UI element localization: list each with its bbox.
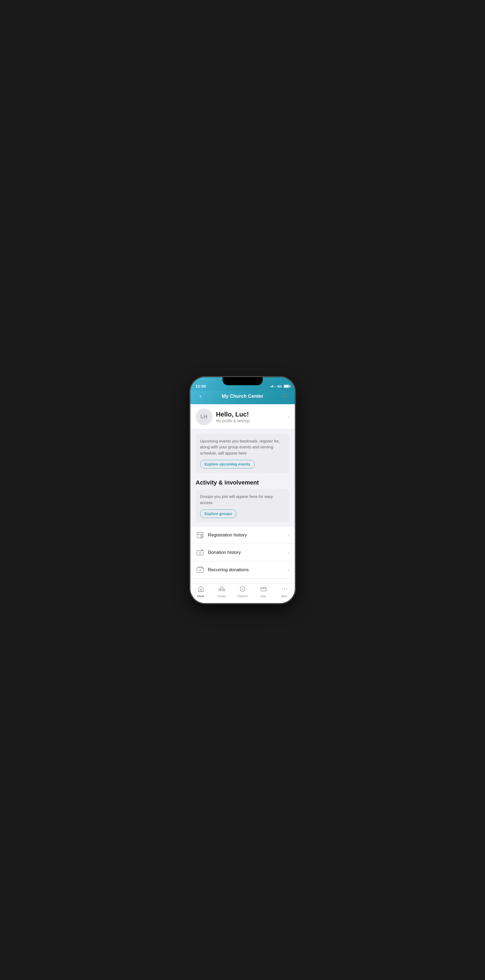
svg-point-19 (219, 589, 220, 590)
app-header: ‹ My Church Center (190, 391, 295, 404)
battery-fill (284, 385, 289, 387)
nav-groups[interactable]: Groups (211, 586, 232, 598)
nav-give[interactable]: Give (253, 586, 274, 598)
registration-history-icon (196, 531, 204, 539)
events-card-text: Upcoming events you bookmark, register f… (200, 438, 285, 457)
signal-bar-1 (271, 386, 271, 387)
svg-point-26 (286, 589, 287, 589)
back-button[interactable]: ‹ (196, 393, 206, 400)
home-icon (198, 586, 204, 594)
profile-left: LH Hello, Luc! My profile & settings (196, 409, 250, 425)
donation-history-chevron: › (288, 550, 289, 555)
activity-list: Registration history › $ (190, 527, 295, 583)
registration-history-item[interactable]: Registration history › (190, 527, 295, 544)
main-content: LH Hello, Luc! My profile & settings › U… (190, 404, 295, 583)
recurring-donations-chevron: › (288, 567, 289, 573)
checkin-icon (239, 586, 246, 594)
activity-section-title: Activity & involvement (190, 477, 295, 489)
svg-point-8 (199, 552, 201, 554)
groups-icon (219, 586, 225, 594)
network-label: 5G (277, 384, 282, 388)
signal-bar-4 (275, 386, 276, 387)
explore-events-button[interactable]: Explore upcoming events (200, 460, 255, 468)
svg-point-25 (284, 589, 285, 589)
nav-home-label: Home (197, 595, 204, 598)
header-title: My Church Center (222, 393, 263, 399)
more-icon (281, 586, 288, 594)
nav-home[interactable]: Home (190, 586, 211, 598)
recurring-donations-icon (196, 566, 204, 574)
recurring-donations-label: Recurring donations (208, 567, 288, 573)
nav-checkin-label: Check-In (237, 595, 248, 598)
notification-bell-icon[interactable] (280, 393, 289, 400)
status-right: 5G (271, 381, 289, 388)
svg-point-24 (282, 589, 283, 589)
svg-rect-7 (197, 550, 203, 555)
explore-groups-button[interactable]: Explore groups (200, 509, 237, 518)
nav-more-label: More (281, 595, 287, 598)
nav-give-label: Give (260, 595, 266, 598)
profile-chevron-icon: › (288, 414, 289, 420)
notch (223, 377, 263, 385)
phone-screen: 11:00 5G ‹ My Church Center (190, 377, 295, 603)
svg-point-20 (223, 589, 225, 590)
profile-subtitle: My profile & settings (216, 418, 250, 423)
phone-frame: 11:00 5G ‹ My Church Center (190, 377, 295, 603)
profile-section[interactable]: LH Hello, Luc! My profile & settings › (190, 404, 295, 430)
donation-history-label: Donation history (208, 550, 288, 555)
bottom-nav: Home Groups (190, 583, 295, 603)
give-icon (260, 586, 267, 594)
avatar-initials: LH (200, 414, 207, 420)
signal-bar-2 (272, 385, 273, 387)
donation-history-icon: $ (196, 548, 204, 557)
events-card: Upcoming events you bookmark, register f… (190, 430, 295, 477)
svg-line-6 (201, 536, 202, 537)
signal-bar-3 (273, 386, 274, 387)
svg-text:$: $ (201, 550, 202, 551)
groups-card: Groups you join will appear here for eas… (190, 489, 295, 527)
battery-icon (284, 385, 289, 388)
registration-history-chevron: › (288, 533, 289, 538)
nav-groups-label: Groups (217, 595, 226, 598)
groups-card-text: Groups you join will appear here for eas… (200, 493, 285, 506)
signal-bars (271, 385, 276, 387)
donation-history-item[interactable]: $ Donation history › (190, 544, 295, 562)
groups-card-inner: Groups you join will appear here for eas… (196, 489, 289, 522)
nav-checkin[interactable]: Check-In (232, 586, 253, 598)
status-time: 11:00 (196, 380, 206, 388)
recurring-donations-item[interactable]: Recurring donations › (190, 562, 295, 579)
profile-greeting: Hello, Luc! (216, 410, 250, 418)
svg-point-18 (221, 587, 223, 589)
avatar: LH (196, 409, 212, 425)
registration-history-label: Registration history (208, 533, 288, 538)
giving-statements-item[interactable]: Giving statements › (190, 579, 295, 583)
events-card-inner: Upcoming events you bookmark, register f… (196, 434, 289, 473)
profile-text: Hello, Luc! My profile & settings (216, 410, 250, 423)
nav-more[interactable]: More (274, 586, 295, 598)
